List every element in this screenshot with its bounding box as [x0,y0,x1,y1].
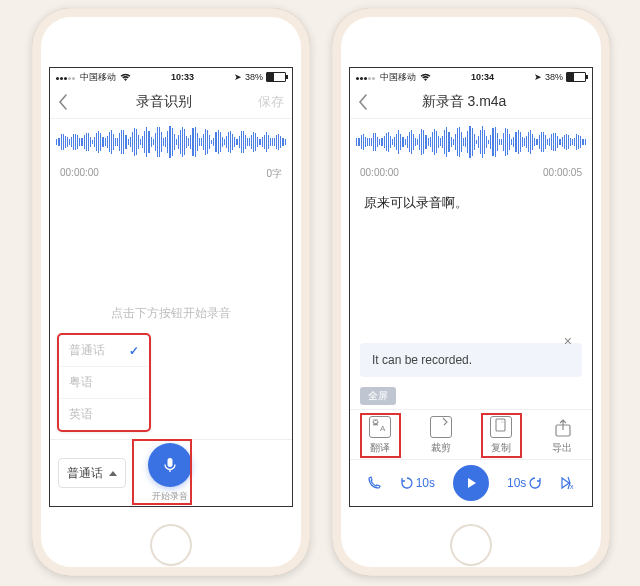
time-row: 00:00:00 00:00:05 [350,165,592,184]
language-option-label: 粤语 [69,374,93,391]
translation-panel: × It can be recorded. [360,343,582,377]
battery-icon [266,72,286,82]
play-icon [464,476,478,490]
page-title: 新录音 3.m4a [384,93,544,111]
home-button[interactable] [450,524,492,566]
clock: 10:33 [135,72,230,82]
wifi-icon [120,73,131,82]
time-row: 00:00:00 0字 [50,165,292,187]
translate-button[interactable]: A 翻译 [350,416,411,455]
playback-row: 10s 10s x [350,459,592,506]
signal-icon [356,72,376,82]
language-select[interactable]: 普通话 [58,458,126,488]
char-count: 0字 [266,167,282,181]
back-button[interactable] [358,94,384,110]
time-start: 00:00:00 [360,167,399,178]
export-button[interactable]: 导出 [532,416,593,455]
screen-right: 中国移动 10:34 ➤ 38% 新录音 3.m4a [349,67,593,507]
chevron-up-icon [109,471,117,476]
record-label: 开始录音 [152,490,188,503]
language-popup[interactable]: 普通话 ✓ 粤语 英语 [58,334,150,431]
export-icon [551,416,573,438]
bottom-bar: 普通话 开始录音 [50,439,292,506]
status-bar: 中国移动 10:33 ➤ 38% [50,68,292,86]
transcript-text[interactable]: 原来可以录音啊。 [350,184,592,212]
save-button[interactable]: 保存 [244,93,284,111]
wifi-icon [420,73,431,82]
transcript-placeholder: 点击下方按钮开始录音 普通话 ✓ 粤语 英语 [50,187,292,439]
check-icon: ✓ [129,344,139,358]
action-label: 复制 [491,441,511,455]
time-start: 00:00:00 [60,167,99,181]
location-icon: ➤ [234,72,242,82]
phone-frame-right: 中国移动 10:34 ➤ 38% 新录音 3.m4a [332,8,610,576]
svg-rect-0 [168,458,173,467]
skip-back-label: 10s [416,476,435,490]
speed-button[interactable]: x [560,475,576,491]
microphone-icon [161,456,179,474]
battery-icon [566,72,586,82]
svg-text:x: x [570,483,574,490]
language-select-label: 普通话 [67,465,103,482]
language-option-cantonese[interactable]: 粤语 [59,367,149,399]
fullscreen-chip-label: 全屏 [360,387,396,405]
skip-forward-label: 10s [507,476,526,490]
carrier-label: 中国移动 [80,71,116,84]
waveform [50,119,292,165]
nav-bar: 录音识别 保存 [50,86,292,119]
trim-button[interactable]: 裁剪 [411,416,472,455]
close-translation-button[interactable]: × [560,329,576,353]
action-label: 翻译 [370,441,390,455]
battery-text: 38% [545,72,563,82]
action-row: A 翻译 裁剪 复制 [350,409,592,459]
signal-icon [56,72,76,82]
trim-icon [430,416,452,438]
status-bar: 中国移动 10:34 ➤ 38% [350,68,592,86]
back-button[interactable] [58,94,84,110]
screen-left: 中国移动 10:33 ➤ 38% 录音识别 保存 [49,67,293,507]
voice-call-button[interactable] [366,475,382,491]
record-button[interactable] [148,443,192,487]
nav-bar: 新录音 3.m4a [350,86,592,119]
time-end: 00:00:05 [543,167,582,178]
skip-forward-button[interactable]: 10s [507,476,542,490]
page-title: 录音识别 [84,93,244,111]
translate-icon: A [369,416,391,438]
action-label: 导出 [552,441,572,455]
carrier-label: 中国移动 [380,71,416,84]
waveform[interactable] [350,119,592,165]
play-button[interactable] [453,465,489,501]
action-label: 裁剪 [431,441,451,455]
copy-button[interactable]: 复制 [471,416,532,455]
language-option-mandarin[interactable]: 普通话 ✓ [59,335,149,367]
clock: 10:34 [435,72,530,82]
translation-text: It can be recorded. [372,353,472,367]
skip-back-button[interactable]: 10s [400,476,435,490]
phone-frame-left: 中国移动 10:33 ➤ 38% 录音识别 保存 [32,8,310,576]
language-option-english[interactable]: 英语 [59,399,149,430]
placeholder-text: 点击下方按钮开始录音 [111,305,231,322]
location-icon: ➤ [534,72,542,82]
home-button[interactable] [150,524,192,566]
language-option-label: 英语 [69,406,93,423]
copy-icon [490,416,512,438]
svg-rect-3 [496,419,505,431]
battery-text: 38% [245,72,263,82]
fullscreen-chip[interactable]: 全屏 [360,385,396,405]
svg-text:A: A [380,424,386,433]
language-option-label: 普通话 [69,342,105,359]
